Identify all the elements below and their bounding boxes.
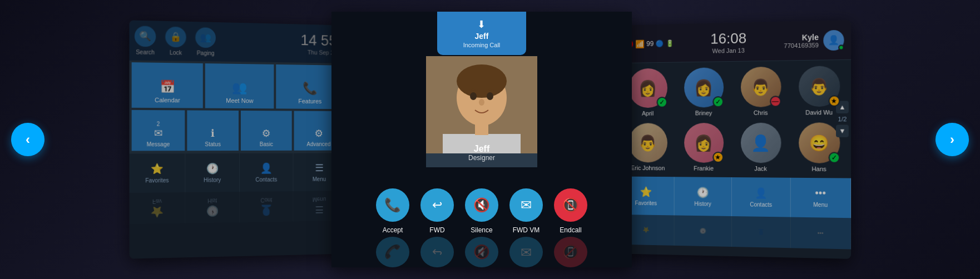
jack-avatar: 👤: [740, 123, 781, 163]
advanced-icon: ⚙: [314, 127, 323, 140]
left-top-bar: 🔍 Search 🔒 Lock 👥 Paging 14 55 Thu Sep 2…: [130, 20, 343, 63]
endcall-label: Endcall: [560, 226, 581, 234]
message-icon: ✉: [154, 127, 162, 140]
jack-name: Jack: [754, 165, 767, 172]
caller-name: Jeff: [468, 144, 495, 154]
accept-icon: 📞: [376, 188, 409, 222]
call-buttons: 📞 Accept ↩ FWD 🔇 Silence ✉ FWD VM 📵 Endc…: [331, 188, 632, 234]
fwd-button[interactable]: ↩ FWD: [420, 188, 454, 234]
right-menu-button[interactable]: ••• Menu: [791, 178, 851, 218]
briney-name: Briney: [695, 109, 712, 116]
caller-header-name: Jeff: [475, 32, 489, 41]
contact-chris[interactable]: 👨 — Chris: [733, 64, 789, 118]
april-avatar-container: 👩 ✓: [628, 68, 667, 108]
tiles-row1: 📅 Calendar 👥 Meet Now 📞 Features: [130, 60, 346, 111]
contacts-grid: 👩 ✓ April 👩 ✓ Briney 👨 —: [618, 60, 851, 178]
fwdvm-button[interactable]: ✉ FWD VM: [509, 188, 543, 234]
fwd-label: FWD: [429, 226, 444, 234]
incoming-call-header: ⬇ Jeff Incoming Call: [437, 12, 526, 55]
search-button[interactable]: 🔍 Search: [135, 26, 156, 56]
april-name: April: [642, 110, 654, 117]
contacts-button[interactable]: 👤 Contacts: [240, 153, 293, 192]
caller-role: Designer: [468, 154, 495, 162]
jack-avatar-container: 👤: [740, 123, 781, 163]
incoming-call-status: Incoming Call: [463, 42, 501, 48]
favorites-button[interactable]: ⭐ Favorites: [130, 153, 185, 193]
history-button[interactable]: 🕐 History: [185, 153, 240, 192]
left-mirror-reflection: ⭐Fav 🕐Hist 👤Cont ☰Menu: [130, 191, 346, 224]
april-status: ✓: [656, 97, 667, 108]
contact-frankie[interactable]: 👩 ★ Frankie: [676, 121, 731, 174]
menu-icon: ☰: [315, 162, 323, 174]
silence-icon: 🔇: [465, 188, 498, 222]
ericjohnson-avatar: 👨: [628, 123, 667, 162]
caller-info: Jeff Designer: [468, 144, 495, 162]
ericjohnson-name: Eric Johnson: [631, 165, 665, 171]
paging-icon: 👥: [195, 27, 216, 48]
right-menu-icon: •••: [815, 187, 825, 200]
right-time-display: 16:08 Wed Jan 13: [710, 29, 746, 54]
battery-icon: 🔋: [666, 39, 674, 47]
briney-avatar-container: 👩 ✓: [684, 67, 724, 107]
fwd-icon: ↩: [420, 188, 454, 222]
status-icon: ℹ: [211, 127, 215, 140]
hans-name: Hans: [811, 166, 826, 172]
svg-point-6: [479, 99, 484, 106]
right-history-icon: 🕐: [697, 186, 709, 198]
caller-avatar: [426, 56, 537, 153]
accept-label: Accept: [383, 226, 403, 234]
calendar-icon: 📅: [160, 79, 175, 94]
ericjohnson-avatar-container: 👨: [628, 123, 667, 162]
prev-arrow[interactable]: ‹: [11, 123, 44, 156]
right-history-button[interactable]: 🕐 History: [675, 177, 732, 216]
paging-button[interactable]: 👥 Paging: [195, 27, 216, 56]
hans-status: ✓: [828, 152, 840, 163]
meet-now-icon: 👥: [232, 81, 248, 95]
contact-jack[interactable]: 👤 Jack: [733, 121, 789, 175]
silence-label: Silence: [471, 226, 492, 234]
features-icon: 📞: [303, 81, 317, 96]
right-contacts-icon: 👤: [755, 187, 767, 199]
history-icon: 🕐: [206, 162, 219, 175]
message-tile[interactable]: 2 ✉ Message: [132, 110, 185, 151]
accept-button[interactable]: 📞 Accept: [376, 188, 409, 234]
meet-now-tile[interactable]: 👥 Meet Now: [205, 63, 274, 108]
left-bottom-bar: ⭐ Favorites 🕐 History 👤 Contacts 2 ☰ Men…: [130, 153, 346, 193]
endcall-button[interactable]: 📵 Endcall: [554, 188, 587, 234]
hans-avatar-container: 😄 ✓: [799, 122, 840, 163]
davidwu-status: ★: [828, 95, 840, 107]
favorites-icon: ⭐: [151, 163, 164, 175]
briney-status: ✓: [712, 96, 724, 107]
online-status-dot: [838, 44, 844, 50]
tiles-row2: 2 ✉ Message ℹ Status ⚙ Basic ⚙ Advanced: [130, 110, 346, 153]
next-arrow[interactable]: ›: [936, 123, 969, 156]
screens-container: ‹ 🔍 Search 🔒 Lock 👥 Paging 14 55: [0, 0, 980, 279]
wifi-icon: 📶: [635, 39, 644, 48]
svg-point-4: [470, 92, 477, 100]
davidwu-avatar-container: 👨 ★: [799, 66, 840, 107]
page-down-arrow[interactable]: ▼: [836, 124, 849, 137]
lock-button[interactable]: 🔒 Lock: [165, 26, 186, 56]
chris-avatar-container: 👨 —: [740, 67, 781, 107]
svg-point-2: [457, 64, 507, 98]
lock-icon: 🔒: [165, 26, 186, 47]
svg-rect-7: [475, 124, 488, 135]
calendar-tile[interactable]: 📅 Calendar: [132, 62, 203, 108]
user-name: Kyle: [784, 32, 819, 42]
bluetooth-icon: 🔵: [656, 39, 664, 47]
right-top-bar: 1 📶 99 🔵 🔋 16:08 Wed Jan 13 Kyle 7704169…: [618, 20, 851, 63]
endcall-icon: 📵: [554, 188, 587, 222]
silence-button[interactable]: 🔇 Silence: [465, 188, 498, 234]
user-number: 7704169359: [784, 42, 819, 49]
contact-briney[interactable]: 👩 ✓ Briney: [676, 65, 731, 118]
chevron-left-icon: ‹: [26, 132, 30, 147]
fwdvm-label: FWD VM: [513, 226, 540, 234]
basic-tile[interactable]: ⚙ Basic: [241, 111, 291, 151]
right-contacts-button[interactable]: 👤 Contacts: [732, 177, 791, 217]
contacts-icon: 👤: [260, 162, 273, 175]
chris-status: —: [770, 96, 781, 107]
chevron-right-icon: ›: [950, 132, 954, 147]
call-buttons-reflection: 📞 ↩ 🔇 ✉ 📵: [331, 237, 632, 267]
status-tile[interactable]: ℹ Status: [187, 110, 239, 151]
right-status-icons: 1 📶 99 🔵 🔋: [625, 39, 674, 48]
